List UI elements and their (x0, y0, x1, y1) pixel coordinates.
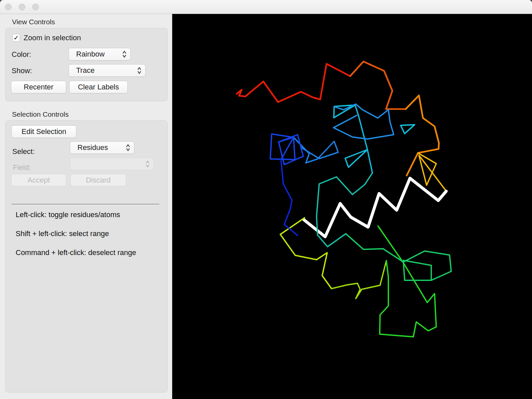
backbone-sky-blue-2 (294, 137, 338, 163)
color-dropdown-value: Rainbow (69, 50, 122, 59)
divider (12, 204, 159, 205)
molecule-viewport[interactable] (172, 14, 532, 399)
field-dropdown (70, 158, 154, 170)
backbone-red (237, 64, 350, 102)
show-dropdown-value: Trace (69, 66, 137, 75)
zoom-in-selection-label: Zoom in selection (24, 34, 81, 42)
view-controls-group: ✓ Zoom in selection Color: Rainbow Show:… (5, 28, 168, 101)
help-line-2: Shift + left-click: select range (16, 229, 109, 238)
discard-button: Discard (70, 174, 126, 186)
control-sidebar: View Controls ✓ Zoom in selection Color:… (0, 14, 172, 399)
stepper-icon (137, 66, 142, 75)
close-button[interactable] (5, 4, 12, 10)
zoom-in-selection-checkbox[interactable]: ✓ (12, 34, 20, 42)
show-label: Show: (12, 66, 32, 75)
stepper-icon (122, 50, 127, 59)
stepper-icon (145, 160, 150, 168)
clear-labels-button[interactable]: Clear Labels (69, 81, 128, 93)
molecule-svg[interactable] (172, 14, 532, 399)
backbone-green-loop (378, 226, 436, 337)
color-dropdown[interactable]: Rainbow (68, 48, 131, 61)
checkmark-icon: ✓ (14, 35, 19, 41)
field-label: Field: (13, 163, 31, 172)
select-label: Select: (12, 147, 35, 156)
help-line-1: Left-click: toggle residues/atoms (16, 210, 120, 219)
stepper-icon (125, 143, 131, 152)
select-dropdown-value: Residues (70, 143, 125, 152)
backbone-gold (418, 153, 446, 190)
backbone-yellow-green (332, 261, 386, 299)
accept-button: Accept (11, 174, 66, 186)
view-controls-title: View Controls (12, 18, 55, 26)
select-dropdown[interactable]: Residues (70, 141, 134, 154)
help-line-3: Command + left-click: deselect range (16, 248, 136, 257)
color-label: Color: (12, 50, 31, 59)
minimize-button[interactable] (19, 4, 25, 10)
zoom-window-button[interactable] (32, 4, 39, 10)
recenter-button[interactable]: Recenter (11, 81, 66, 93)
selection-controls-group: Edit Selection Select: Residues Field: (5, 120, 168, 392)
backbone-orange (406, 95, 439, 176)
backbone-spring-green (346, 234, 451, 280)
title-bar[interactable] (0, 0, 532, 14)
backbone-selection-white (304, 178, 446, 237)
app-window: View Controls ✓ Zoom in selection Color:… (0, 0, 532, 399)
selection-controls-title: Selection Controls (12, 110, 68, 118)
show-dropdown[interactable]: Trace (68, 64, 146, 77)
edit-selection-button[interactable]: Edit Selection (11, 125, 76, 138)
backbone-red-orange (350, 62, 406, 109)
backbone-chartreuse (280, 218, 332, 289)
backbone-cyan-small-triangle (401, 125, 415, 134)
